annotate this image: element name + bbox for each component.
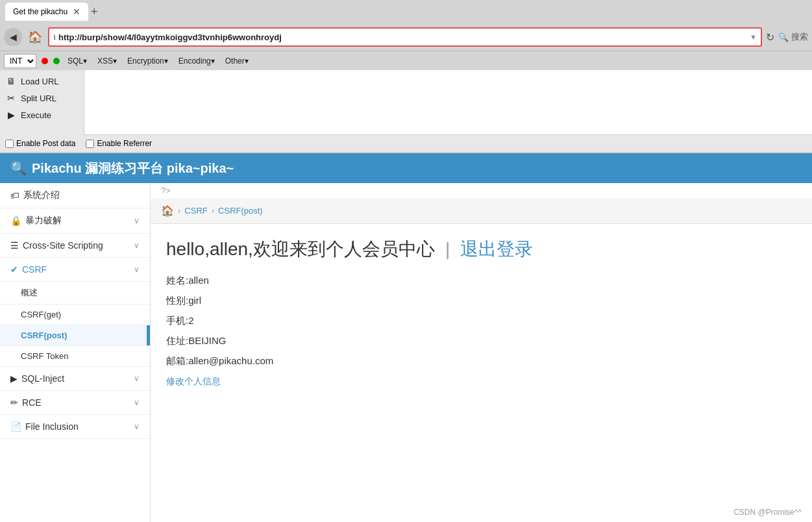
enable-referrer-checkbox-label[interactable]: Enable Referrer [86,139,152,148]
refresh-button[interactable]: ↻ [766,31,774,44]
csrf-get-label: CSRF(get) [21,310,61,319]
home-button[interactable]: 🏠 [26,28,44,46]
footer-text: CSDN @Promise^^ [733,508,802,517]
search-placeholder: 搜索 [791,31,808,43]
sidebar-label-bruteforce: 暴力破解 [25,215,62,227]
address-row: 住址:BEIJING [166,335,796,347]
sidebar-subitem-overview[interactable]: 概述 [0,282,150,304]
sidebar-item-xss[interactable]: ☰ Cross-Site Scripting ∨ [0,234,150,258]
execute-button[interactable]: ▶ Execute [0,106,84,123]
url-textarea[interactable] [84,70,812,134]
browser-titlebar: Get the pikachu ✕ + [0,0,812,23]
sidebar-label-csrf: CSRF [22,264,47,275]
name-label: 姓名: [166,275,188,286]
lock-icon: ℹ [53,33,56,42]
breadcrumb: 🏠 › CSRF › CSRF(post) [151,198,812,224]
edit-profile-link[interactable]: 修改个人信息 [166,376,221,386]
chevron-down-icon: ∨ [134,216,140,225]
toolbar-row: INT SQL▾ XSS▾ Encryption▾ Encoding▾ Othe… [0,51,812,70]
logout-link[interactable]: 退出登录 [460,237,533,262]
new-tab-button[interactable]: + [91,6,98,18]
sidebar-item-bruteforce[interactable]: 🔒 暴力破解 ∨ [0,208,150,234]
content-body: hello,allen,欢迎来到个人会员中心 | 退出登录 姓名:allen 性… [151,224,812,408]
sidebar-item-csrf[interactable]: ✔ CSRF ∨ [0,258,150,282]
gender-row: 性别:girl [166,295,796,307]
enable-post-checkbox[interactable] [5,140,14,148]
csrf-icon: ✔ [10,264,18,275]
green-dot-icon [53,58,60,64]
load-url-button[interactable]: 🖥 Load URL [0,73,84,90]
email-label: 邮箱: [166,355,188,366]
address-bar: ℹ ▼ [48,27,762,47]
split-url-icon: ✂ [5,92,17,104]
xss-icon: ☰ [10,240,19,251]
split-url-button[interactable]: ✂ Split URL [0,90,84,106]
app-container: 🔍 Pikachu 漏洞练习平台 pika~pika~ 🏷 系统介绍 🔒 暴力破… [0,153,812,522]
sidebar: 🏷 系统介绍 🔒 暴力破解 ∨ ☰ Cross-Site Scripting ∨… [0,183,151,522]
csrf-token-label: CSRF Token [21,351,68,361]
page-title-text: hello,allen,欢迎来到个人会员中心 [166,237,435,262]
active-tab[interactable]: Get the pikachu ✕ [5,3,88,21]
sql-icon: ▶ [10,373,18,384]
chevron-down-icon-xss: ∨ [134,241,140,250]
overview-label: 概述 [21,287,38,299]
sidebar-subitem-csrf-token[interactable]: CSRF Token [0,346,150,367]
enable-referrer-label: Enable Referrer [97,139,152,148]
app-header-title: Pikachu 漏洞练习平台 pika~pika~ [32,160,234,177]
sidebar-label-rce: RCE [22,397,42,408]
sidebar-label-intro: 系统介绍 [23,190,60,201]
divider-pipe: | [445,239,450,260]
post-data-row: Enable Post data Enable Referrer [0,135,812,153]
gender-value: girl [188,295,201,306]
breadcrumb-separator: › [178,206,180,216]
sidebar-item-sql[interactable]: ▶ SQL-Inject ∨ [0,367,150,391]
sidebar-item-rce[interactable]: ✏ RCE ∨ [0,391,150,415]
phone-label: 手机: [166,315,188,326]
execute-icon: ▶ [5,109,17,121]
sidebar-label-sql: SQL-Inject [21,373,64,384]
injection-type-select[interactable]: INT [4,54,36,68]
back-button[interactable]: ◀ [4,28,22,46]
rce-icon: ✏ [10,397,18,408]
breadcrumb-csrf-link[interactable]: CSRF [184,206,207,216]
email-value: allen@pikachu.com [188,355,273,366]
active-indicator-bar [147,325,150,345]
sql-menu[interactable]: SQL▾ [65,55,90,67]
execute-label: Execute [21,110,51,120]
address-bar-row: ◀ 🏠 ℹ ▼ ↻ 🔍 搜索 [0,23,812,51]
sidebar-item-file-inclusion[interactable]: 📄 File Inclusion ∨ [0,415,150,439]
search-box: 🔍 搜索 [778,31,808,43]
url-input[interactable] [58,32,747,42]
sidebar-subitem-csrf-post[interactable]: CSRF(post) [0,325,150,346]
url-input-area [84,70,812,135]
app-header-icon: 🔍 [10,160,27,176]
phone-value: 2 [188,315,193,326]
red-dot-icon [42,58,48,64]
edit-link-row: 修改个人信息 [166,375,796,388]
csrf-post-label: CSRF(post) [21,330,68,340]
close-tab-button[interactable]: ✕ [73,6,80,17]
content-area: ?> 🏠 › CSRF › CSRF(post) hello,allen,欢迎来… [151,183,812,522]
encryption-menu[interactable]: Encryption▾ [125,55,171,67]
email-row: 邮箱:allen@pikachu.com [166,355,796,367]
breadcrumb-separator2: › [212,206,214,216]
file-inclusion-icon: 📄 [10,421,21,432]
sidebar-label-file-inclusion: File Inclusion [25,421,79,432]
enable-post-label: Enable Post data [16,139,75,148]
sidebar-item-intro[interactable]: 🏷 系统介绍 [0,183,150,208]
enable-post-checkbox-label[interactable]: Enable Post data [5,139,75,148]
load-url-label: Load URL [21,77,59,86]
breadcrumb-current: CSRF(post) [218,206,263,216]
chevron-down-icon-sql: ∨ [134,374,140,383]
load-url-icon: 🖥 [5,75,17,87]
sidebar-subitem-csrf-get[interactable]: CSRF(get) [0,304,150,325]
dropdown-arrow-icon[interactable]: ▼ [750,33,757,41]
encoding-menu[interactable]: Encoding▾ [176,55,217,67]
xss-menu[interactable]: XSS▾ [95,55,119,67]
enable-referrer-checkbox[interactable] [86,140,94,148]
other-menu[interactable]: Other▾ [223,55,251,67]
intro-icon: 🏷 [10,190,19,201]
chevron-down-icon-csrf: ∨ [134,265,140,274]
breadcrumb-home-icon[interactable]: 🏠 [161,205,174,217]
sidebar-label-xss: Cross-Site Scripting [23,240,103,251]
